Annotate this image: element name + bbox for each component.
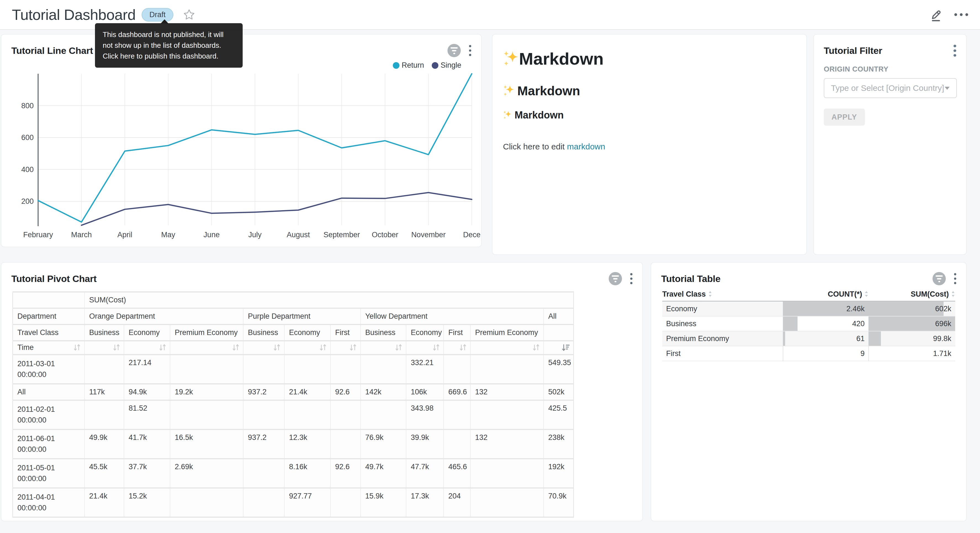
pivot-class-column-header: Business [361,324,406,341]
table-row: Economy2.46k602k [662,302,955,316]
apply-button[interactable]: APPLY [824,109,865,126]
chart-kebab-menu[interactable] [952,272,958,285]
pivot-class-column-header [544,324,574,341]
table-panel: Tutorial Table Travel ClassCOUNT(*)SUM(C… [651,263,966,521]
sort-icon[interactable] [532,343,540,352]
pivot-value-cell: 21.4k [84,488,124,517]
pivot-sort-cell[interactable] [470,341,544,354]
edit-dashboard-button[interactable] [929,7,944,22]
sort-icon[interactable] [73,343,81,352]
sort-icon[interactable] [349,343,357,352]
sort-icon[interactable] [708,290,712,298]
pivot-value-cell [243,488,284,517]
pivot-row-label: 2011-05-0100:00:00 [13,459,84,488]
sort-icon[interactable] [432,343,440,352]
pivot-group-header: All [544,308,574,324]
pivot-value-cell: 132 [470,429,544,459]
chart-kebab-menu[interactable] [628,272,635,285]
dashboard-menu-button[interactable] [953,7,969,22]
pivot-value-cell [470,488,544,517]
x-tick-label: April [117,231,132,239]
pivot-class-column-header: First [444,324,470,341]
travel-class-cell: Business [662,316,783,331]
x-tick-label: November [411,231,446,239]
pivot-value-cell: 2.69k [170,459,243,488]
filter-indicator-icon[interactable] [609,272,622,285]
pivot-class-column-header: Premium Economy [170,324,243,341]
pivot-table: SUM(Cost)DepartmentOrange DepartmentPurp… [13,291,574,517]
origin-country-select[interactable]: Type or Select [Origin Country] [824,78,957,98]
pivot-sort-cell[interactable] [444,341,470,354]
sort-icon[interactable] [159,343,167,352]
ellipsis-icon [955,13,968,16]
sort-desc-icon[interactable] [561,343,570,352]
markdown-edit-link[interactable]: markdown [567,142,605,151]
pivot-sort-cell[interactable] [544,341,574,354]
sort-icon[interactable] [864,290,869,298]
single-series-line[interactable] [81,193,472,225]
pivot-sort-cell[interactable] [361,341,406,354]
sum-cost-cell: 1.71k [869,346,955,361]
pivot-sort-cell[interactable] [406,341,444,354]
pivot-sort-cell[interactable] [331,341,361,354]
pivot-sort-cell[interactable] [170,341,243,354]
draft-badge[interactable]: Draft [142,8,173,22]
pivot-value-cell [444,400,470,429]
pivot-value-cell: 41.7k [124,429,170,459]
pivot-row-label: 2011-04-0100:00:00 [13,488,84,517]
markdown-paragraph: Click here to edit markdown [503,142,795,152]
pivot-group-header: Orange Department [84,308,243,324]
pivot-class-column-header: Economy [284,324,331,341]
count-cell: 9 [783,346,869,361]
table-column-header[interactable]: Travel Class [662,287,783,301]
sum-cost-cell: 602k [869,302,955,316]
x-tick-label: June [204,231,220,239]
y-tick-label: 400 [21,166,34,174]
sort-icon[interactable] [951,290,955,298]
page-title: Tutorial Dashboard [12,6,135,23]
pivot-value-cell: 81.52 [124,400,170,429]
filter-kebab-menu[interactable] [951,44,958,58]
pivot-value-cell: 332.21 [406,354,444,384]
sort-icon[interactable] [273,343,281,352]
travel-class-cell: First [662,346,783,361]
sort-icon[interactable] [395,343,402,352]
pivot-row-label: All [13,384,84,400]
pivot-value-cell: 19.2k [170,384,243,400]
pivot-group-header: Yellow Department [361,308,544,324]
pivot-value-cell: 502k [544,384,574,400]
sort-icon[interactable] [113,343,120,352]
sparkles-icon [503,85,515,97]
pivot-group-header: Purple Department [243,308,361,324]
sparkles-icon [503,110,512,120]
table-title: Tutorial Table [661,273,721,284]
pivot-sort-cell[interactable] [84,341,124,354]
sort-icon[interactable] [232,343,240,352]
pivot-dimension-header: Department [13,308,84,324]
pivot-value-cell [331,400,361,429]
pivot-value-cell: 15.9k [361,488,406,517]
filter-indicator-icon[interactable] [932,272,946,285]
pivot-chart-panel: Tutorial Pivot Chart SUM(Cost)Department… [2,263,643,521]
pivot-sort-cell[interactable] [284,341,331,354]
pivot-value-cell [470,354,544,384]
sort-icon[interactable] [459,343,467,352]
pivot-sort-cell[interactable] [243,341,284,354]
table-column-header[interactable]: COUNT(*) [783,287,869,301]
data-table: Travel ClassCOUNT(*)SUM(Cost)Economy2.46… [662,287,955,361]
pivot-value-cell [284,400,331,429]
pivot-class-header: Travel Class [13,324,84,341]
x-tick-label: October [372,231,398,239]
pivot-value-cell [170,400,243,429]
table-row: Business420696k [662,316,955,331]
table-column-header[interactable]: SUM(Cost) [869,287,955,301]
pivot-value-cell: 142k [361,384,406,400]
pivot-value-cell: 937.2 [243,384,284,400]
pivot-sort-cell[interactable] [124,341,170,354]
favorite-star-button[interactable] [183,8,196,21]
sort-icon[interactable] [319,343,327,352]
pivot-value-cell [444,429,470,459]
pivot-value-cell: 192k [544,459,574,488]
pivot-class-column-header: Economy [406,324,444,341]
pivot-time-header[interactable]: Time [13,341,84,354]
